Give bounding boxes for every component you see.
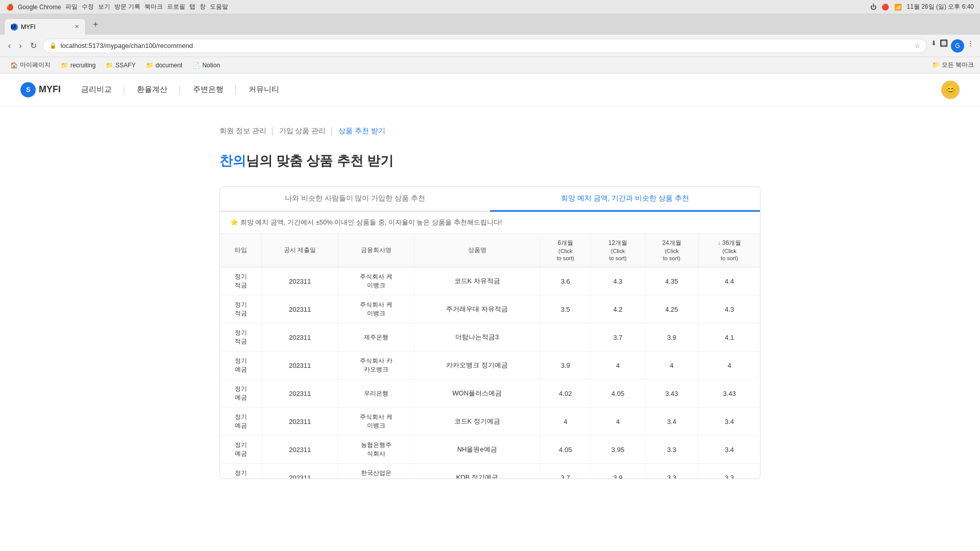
tab-similar-amount[interactable]: 희망 예치 금액, 기간과 비슷한 상품 추천 (490, 187, 760, 212)
table-cell-0-1: 202311 (262, 267, 338, 295)
table-cell-4-5: 4.05 (591, 380, 645, 408)
forward-button[interactable]: › (17, 39, 23, 53)
notice-text: ⭐ 희망 예치 금액, 기간에서 ±50% 이내인 상품들 중, 이자율이 높은… (230, 218, 502, 226)
refresh-button[interactable]: ↻ (28, 39, 39, 53)
table-cell-2-2: 제주은행 (338, 323, 414, 352)
table-cell-0-4: 3.6 (540, 267, 591, 295)
breadcrumb-current: 상품 추천 받기 (338, 127, 385, 136)
address-icons: ☆ (915, 42, 920, 49)
table-cell-5-6: 3.4 (645, 408, 698, 436)
table-scroll-area[interactable]: 타입 공시 제출일 금융회사명 상품명 6개월(Clickto sort) 12… (220, 234, 760, 479)
table-cell-1-5: 4.2 (591, 295, 645, 323)
bookmark-notion[interactable]: 📄 Notion (188, 60, 224, 70)
menu-window[interactable]: 창 (200, 3, 206, 11)
myfi-header: S MYFI 금리비교 │ 환율계산 │ 주변은행 │ 커뮤니티 😊 (0, 73, 980, 106)
nav-nearby-bank[interactable]: 주변은행 (189, 83, 228, 96)
table-cell-7-4: 3.7 (540, 464, 591, 479)
bookmark-notion-label: Notion (202, 62, 220, 69)
recommendation-tabs: 나와 비슷한 사람들이 많이 가입한 상품 추천 희망 예치 금액, 기간과 비… (220, 187, 760, 212)
menu-history[interactable]: 방문 기록 (114, 3, 140, 11)
os-menu-bar: 🍎 Google Chrome 파일 수정 보기 방문 기록 북마크 프로필 탭… (0, 0, 980, 14)
table-row: 정기 적금202311주식회사 케 이뱅크코드K 자유적금3.64.34.354… (220, 267, 760, 295)
table-cell-4-6: 3.43 (645, 380, 698, 408)
table-cell-2-0: 정기 적금 (220, 323, 262, 352)
breadcrumb-member-info[interactable]: 회원 정보 관리 (219, 127, 266, 136)
table-cell-1-2: 주식회사 케 이뱅크 (338, 295, 414, 323)
bookmark-mypage[interactable]: 🏠 마이페이지 (6, 59, 55, 71)
bookmark-document[interactable]: 📁 document (142, 60, 187, 70)
menu-view[interactable]: 보기 (98, 3, 110, 11)
table-cell-3-1: 202311 (262, 352, 338, 380)
th-type: 타입 (220, 234, 262, 267)
app-name: Google Chrome (18, 4, 61, 11)
table-cell-1-0: 정기 적금 (220, 295, 262, 323)
menu-bookmarks[interactable]: 북마크 (144, 3, 163, 11)
tab-similar-users[interactable]: 나와 비슷한 사람들이 많이 가입한 상품 추천 (220, 187, 490, 212)
recommendation-panel: 나와 비슷한 사람들이 많이 가입한 상품 추천 희망 예치 금액, 기간과 비… (219, 186, 761, 479)
bookmark-star-icon[interactable]: ☆ (915, 42, 920, 49)
bookmark-ssafy[interactable]: 📁 SSAFY (102, 60, 139, 70)
table-cell-1-1: 202311 (262, 295, 338, 323)
bookmark-recruiting[interactable]: 📁 recruiting (57, 60, 100, 70)
active-tab[interactable]: M MYFI ✕ (4, 18, 86, 35)
address-box[interactable]: 🔒 localhost:5173/mypage/chan100/recommen… (43, 39, 927, 53)
th-24month[interactable]: 24개월(Clickto sort) (645, 234, 698, 267)
notice-row: ⭐ 희망 예치 금액, 기간에서 ±50% 이내인 상품들 중, 이자율이 높은… (220, 212, 760, 234)
table-cell-6-4: 4.05 (540, 436, 591, 464)
all-bookmarks[interactable]: 📁 모든 북마크 (932, 61, 974, 69)
menu-tab[interactable]: 탭 (189, 3, 195, 11)
download-icon[interactable]: ⬇ (931, 39, 937, 53)
table-cell-6-3: NH올원e예금 (414, 436, 540, 464)
user-name-highlight: 찬의 (219, 153, 246, 168)
profile-circle[interactable]: G (951, 39, 964, 53)
table-cell-5-2: 주식회사 케 이뱅크 (338, 408, 414, 436)
table-cell-4-1: 202311 (262, 380, 338, 408)
table-cell-2-3: 더탐나는적금3 (414, 323, 540, 352)
table-cell-3-6: 4 (645, 352, 698, 380)
table-cell-4-3: WON플러스예금 (414, 380, 540, 408)
th-company: 금융회사명 (338, 234, 414, 267)
menu-help[interactable]: 도움말 (210, 3, 228, 11)
th-36month[interactable]: ↓ 36개월(Clickto sort) (699, 234, 760, 267)
tab-title: MYFI (21, 23, 36, 31)
table-row: 정기 적금202311주식회사 케 이뱅크주거래우대 자유적금3.54.24.2… (220, 295, 760, 323)
folder-icon-3: 📁 (146, 62, 154, 69)
notion-icon: 📄 (192, 62, 200, 69)
table-cell-0-3: 코드K 자유적금 (414, 267, 540, 295)
extensions-icon[interactable]: 🔲 (940, 39, 948, 53)
nav-community[interactable]: 커뮤니티 (244, 83, 283, 96)
menu-edit[interactable]: 수정 (82, 3, 94, 11)
th-6month[interactable]: 6개월(Clickto sort) (540, 234, 591, 267)
table-cell-2-1: 202311 (262, 323, 338, 352)
tab-bar: M MYFI ✕ + (0, 14, 980, 35)
table-cell-6-2: 농협은행주 식회사 (338, 436, 414, 464)
nav-separator-1: │ (122, 85, 127, 94)
nav-interest-compare[interactable]: 금리비교 (77, 83, 116, 96)
menu-profile[interactable]: 프로필 (167, 3, 185, 11)
breadcrumb-joined-products[interactable]: 가입 상품 관리 (279, 127, 326, 136)
bookmark-mypage-label: 마이페이지 (20, 61, 51, 69)
menu-file[interactable]: 파일 (65, 3, 78, 11)
table-cell-2-4 (540, 323, 591, 352)
th-12month[interactable]: 12개월(Clickto sort) (591, 234, 645, 267)
breadcrumb-sep-1: │ (271, 127, 275, 135)
menu-dots-icon[interactable]: ⋮ (967, 39, 974, 53)
table-cell-1-6: 4.25 (645, 295, 698, 323)
nav-exchange-calc[interactable]: 환율계산 (133, 83, 172, 96)
lock-icon: 🔒 (50, 42, 57, 49)
apple-icon[interactable]: 🍎 (6, 4, 14, 11)
user-avatar[interactable]: 😊 (941, 81, 960, 99)
tab-close-button[interactable]: ✕ (75, 23, 79, 30)
table-cell-3-7: 4 (699, 352, 760, 380)
table-cell-4-4: 4.02 (540, 380, 591, 408)
table-cell-5-3: 코드K 정기예금 (414, 408, 540, 436)
folder-icon-2: 📁 (106, 62, 113, 69)
back-button[interactable]: ‹ (6, 39, 13, 53)
table-cell-0-5: 4.3 (591, 267, 645, 295)
table-cell-6-5: 3.95 (591, 436, 645, 464)
table-cell-7-6: 3.3 (645, 464, 698, 479)
new-tab-button[interactable]: + (89, 17, 103, 32)
main-navigation: 금리비교 │ 환율계산 │ 주변은행 │ 커뮤니티 (77, 83, 283, 96)
myfi-logo[interactable]: S MYFI (20, 82, 61, 97)
table-cell-1-4: 3.5 (540, 295, 591, 323)
